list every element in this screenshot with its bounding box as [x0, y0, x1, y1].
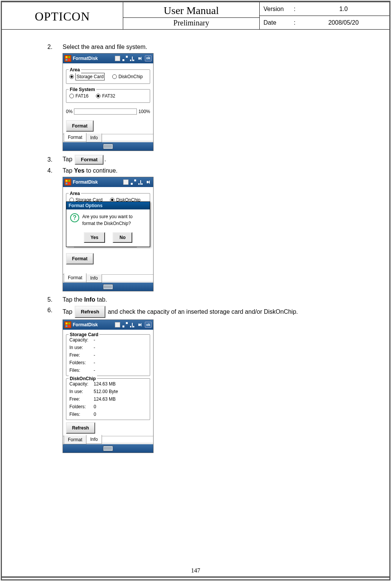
- step-number: 4.: [47, 166, 63, 175]
- pda-titlebar: FormatDisk: [63, 177, 153, 187]
- version-value: 1.0: [301, 6, 386, 13]
- tab-format[interactable]: Format: [64, 273, 86, 282]
- format-button[interactable]: Format: [66, 253, 94, 264]
- sound-icon[interactable]: [146, 179, 151, 185]
- step-number: 3.: [47, 155, 63, 164]
- step-text: Tap: [63, 156, 74, 162]
- sc-inuse: -: [94, 344, 147, 351]
- area-legend: Area: [69, 66, 81, 73]
- step-bold: Info: [84, 296, 95, 303]
- step-number: 6.: [47, 306, 63, 315]
- date-label: Date: [263, 19, 294, 26]
- start-icon[interactable]: [64, 179, 71, 186]
- keyboard-icon[interactable]: [103, 446, 113, 451]
- step-text: and check the capacity of an inserted st…: [108, 308, 298, 315]
- lang-icon[interactable]: [115, 56, 120, 61]
- sound-icon[interactable]: [138, 322, 143, 327]
- radio-label-text: FAT32: [102, 93, 115, 99]
- network-icon[interactable]: [122, 56, 128, 61]
- diskonchip-fieldset: DiskOnChip Capacity:124.63 MB In use:512…: [66, 378, 150, 420]
- sound-icon[interactable]: [138, 56, 143, 61]
- no-button[interactable]: No: [113, 232, 132, 243]
- radio-label-text: FAT16: [75, 93, 88, 99]
- page-number: 147: [2, 567, 389, 574]
- pda-screenshot-info: FormatDisk ok Storage Card Capacity:- In…: [63, 319, 154, 453]
- step-text: Tap: [63, 167, 74, 174]
- brand-text: OPTICON: [35, 9, 90, 24]
- tab-format[interactable]: Format: [64, 133, 86, 142]
- question-icon: ?: [70, 213, 79, 222]
- signal-icon[interactable]: [130, 56, 135, 61]
- brand-cell: OPTICON: [2, 2, 123, 29]
- label-folders: Folders:: [69, 403, 94, 410]
- radio-icon: [69, 94, 74, 98]
- tabstrip: Format Info: [63, 436, 153, 444]
- label-inuse: In use:: [69, 388, 94, 395]
- radio-fat32[interactable]: FAT32: [96, 93, 115, 99]
- ok-button[interactable]: ok: [145, 322, 152, 328]
- ok-button[interactable]: ok: [145, 55, 152, 61]
- signal-icon[interactable]: [138, 179, 144, 185]
- version-label: Version: [263, 6, 294, 13]
- format-button[interactable]: Format: [66, 120, 94, 132]
- keyboard-icon[interactable]: [103, 144, 113, 149]
- keyboard-icon[interactable]: [103, 284, 113, 289]
- radio-icon: [69, 74, 74, 79]
- radio-storage-card[interactable]: Storage Card: [69, 73, 105, 80]
- refresh-button[interactable]: Refresh: [66, 422, 95, 434]
- doc-folders: 0: [94, 403, 147, 410]
- progress-row: 0% 100%: [66, 108, 150, 115]
- doc-inuse: 512.00 Byte: [94, 388, 147, 395]
- start-icon[interactable]: [64, 321, 71, 328]
- filesystem-legend: File System: [69, 86, 96, 93]
- inline-format-button[interactable]: Format: [75, 155, 103, 165]
- inline-refresh-button[interactable]: Refresh: [75, 306, 105, 318]
- signal-icon[interactable]: [130, 322, 135, 327]
- lang-icon[interactable]: [123, 179, 129, 185]
- start-icon[interactable]: [64, 55, 71, 62]
- filesystem-fieldset: File System FAT16 FAT32: [66, 89, 150, 103]
- colon: :: [294, 6, 301, 13]
- tab-info[interactable]: Info: [86, 435, 102, 444]
- label-files: Files:: [69, 367, 94, 374]
- doc-capacity: 124.63 MB: [94, 381, 147, 387]
- step-text: Tap: [63, 308, 74, 315]
- yes-button[interactable]: Yes: [84, 232, 105, 243]
- sc-legend: Storage Card: [69, 331, 99, 338]
- radio-fat16[interactable]: FAT16: [69, 93, 88, 99]
- content-area: 2. Select the area and file system. Form…: [2, 30, 389, 453]
- tab-format[interactable]: Format: [64, 436, 86, 444]
- meta-cell: Version : 1.0 Date : 2008/05/20: [260, 2, 389, 29]
- sc-folders: -: [94, 359, 147, 366]
- label-folders: Folders:: [69, 359, 94, 366]
- pda-titlebar: FormatDisk ok: [63, 53, 153, 63]
- sc-capacity: -: [94, 337, 147, 343]
- doc-subtitle: Preliminary: [123, 18, 259, 28]
- radio-diskonchip[interactable]: DiskOnChip: [112, 73, 143, 80]
- pda-screenshot-dialog: FormatDisk Area Storage Card: [63, 177, 154, 291]
- step-text: Select the area and file system.: [63, 44, 147, 50]
- tab-info[interactable]: Info: [86, 134, 102, 142]
- label-files: Files:: [69, 411, 94, 418]
- tab-info[interactable]: Info: [86, 274, 102, 283]
- doc-title: User Manual: [123, 4, 259, 18]
- footer-rule: [2, 576, 389, 578]
- label-free: Free:: [69, 396, 94, 403]
- doc-legend: DiskOnChip: [69, 375, 97, 382]
- date-value: 2008/05/20: [301, 19, 386, 26]
- step-number: 2.: [47, 42, 63, 52]
- step-text: tab.: [95, 296, 107, 303]
- step-text: .: [104, 156, 106, 162]
- title-cell: User Manual Preliminary: [123, 2, 260, 29]
- radio-label-text: DiskOnChip: [118, 73, 143, 80]
- sip-bar: [63, 283, 153, 291]
- radio-label-text: Storage Card: [75, 73, 105, 80]
- network-icon[interactable]: [131, 179, 136, 185]
- progress-hundred: 100%: [138, 108, 150, 115]
- lang-icon[interactable]: [115, 322, 120, 327]
- dialog-text: Are you sure you want to format the Disk…: [82, 213, 146, 227]
- area-fieldset: Area Storage Card DiskOnChip: [66, 69, 150, 84]
- network-icon[interactable]: [122, 322, 128, 327]
- pda-screenshot-format: FormatDisk ok Area Storage Card: [63, 53, 154, 151]
- doc-free: 124.63 MB: [94, 396, 147, 403]
